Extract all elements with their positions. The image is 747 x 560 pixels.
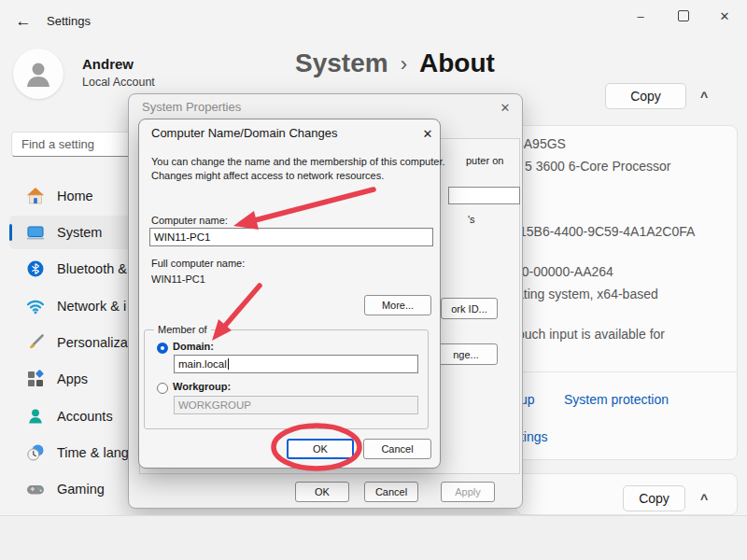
text-cursor: [228, 358, 229, 370]
cancel-button[interactable]: Cancel: [363, 439, 431, 459]
domain-input[interactable]: main.local: [174, 355, 418, 373]
gaming-icon: [26, 480, 45, 498]
sidebar-item-label: Time & lang: [57, 445, 129, 460]
collapse-chevron-icon[interactable]: ^: [693, 86, 715, 108]
close-icon: ✕: [500, 101, 511, 115]
avatar: [13, 49, 63, 99]
computer-description-field[interactable]: [448, 187, 520, 204]
card-divider: [515, 371, 738, 372]
domain-value: main.local: [178, 358, 227, 370]
dialog-description: You can change the name and the membersh…: [151, 156, 445, 167]
system-protection-link[interactable]: System protection: [564, 392, 669, 407]
user-account-type: Local Account: [82, 76, 155, 89]
collapse-chevron-icon[interactable]: ^: [693, 488, 715, 511]
page-title: About: [419, 49, 495, 78]
workgroup-value: WORKGROUP: [178, 399, 251, 411]
domain-label: Domain:: [173, 341, 214, 352]
sidebar-item-label: Gaming: [57, 482, 105, 497]
cancel-button[interactable]: Cancel: [364, 482, 418, 502]
sidebar-item-label: Personalizati: [57, 335, 134, 350]
text-fragment: puter on: [466, 155, 503, 166]
workgroup-label: Workgroup:: [173, 381, 231, 392]
member-of-group: Member of Domain: main.local Workgroup: …: [144, 329, 429, 429]
computer-name-label: Computer name:: [151, 215, 228, 226]
spec-row: 5 3600 6-Core Processor: [525, 159, 670, 174]
user-name: Andrew: [82, 56, 134, 72]
text-fragment: 's: [468, 214, 475, 225]
spec-row: 15B6-4400-9C59-4A1A2C0FA: [519, 224, 695, 239]
dialog-close-button[interactable]: ✕: [493, 98, 517, 117]
bluetooth-icon: [26, 259, 45, 278]
domain-radio[interactable]: [157, 343, 168, 354]
minimize-button[interactable]: –: [624, 4, 657, 28]
full-name-value: WIN11-PC1: [151, 273, 205, 285]
sidebar-item-label: Accounts: [57, 409, 113, 424]
accounts-icon: [26, 407, 45, 426]
close-icon: ✕: [423, 127, 433, 141]
back-icon: ←: [16, 12, 32, 31]
person-icon: [22, 58, 54, 90]
apply-button[interactable]: Apply: [441, 482, 495, 502]
change-button[interactable]: nge...: [434, 343, 498, 365]
sidebar-item-label: Network & i: [57, 299, 126, 314]
time-language-icon: [26, 443, 45, 462]
dialog-close-button[interactable]: ✕: [416, 124, 440, 143]
back-button[interactable]: ←: [11, 9, 35, 34]
workgroup-input: WORKGROUP: [174, 396, 418, 414]
minimize-icon: –: [637, 9, 643, 23]
more-button[interactable]: More...: [364, 295, 431, 315]
spec-row: 00-00000-AA264: [514, 264, 613, 279]
breadcrumb: System › About: [295, 49, 495, 78]
ok-button[interactable]: OK: [287, 439, 354, 459]
dialog-description: Changes might affect access to network r…: [151, 170, 384, 181]
close-icon: ✕: [720, 9, 730, 23]
computer-name-value: WIN11-PC1: [154, 231, 211, 243]
member-of-label: Member of: [154, 324, 211, 335]
copy-button-bottom[interactable]: Copy: [623, 485, 685, 511]
network-id-button[interactable]: ork ID...: [441, 298, 498, 319]
full-name-label: Full computer name:: [151, 258, 245, 269]
workgroup-radio[interactable]: [157, 383, 168, 394]
personalization-icon: [26, 333, 45, 352]
sidebar-item-label: System: [57, 225, 102, 240]
desktop: ← Settings – ✕ Andrew Local Account Syst…: [0, 0, 747, 560]
computer-name-input[interactable]: WIN11-PC1: [149, 228, 433, 246]
breadcrumb-parent[interactable]: System: [295, 49, 388, 78]
maximize-icon: [678, 10, 689, 21]
spec-row: 4A95GS: [516, 136, 566, 151]
breadcrumb-separator-icon: ›: [401, 50, 407, 77]
taskbar: 1 ^: [0, 515, 747, 560]
dialog-title: System Properties: [142, 100, 241, 114]
home-icon: [26, 187, 45, 205]
app-title: Settings: [47, 14, 91, 28]
ok-button[interactable]: OK: [295, 482, 349, 502]
apps-icon: [26, 370, 45, 388]
system-icon: [26, 223, 45, 242]
domain-changes-dialog: Computer Name/Domain Changes ✕ You can c…: [138, 119, 441, 469]
close-button[interactable]: ✕: [708, 4, 741, 28]
copy-button-top[interactable]: Copy: [605, 83, 686, 109]
network-icon: [26, 297, 45, 315]
maximize-button[interactable]: [667, 4, 700, 28]
sidebar-item-label: Home: [57, 189, 93, 203]
sidebar-item-label: Bluetooth &: [57, 261, 127, 276]
dialog-title: Computer Name/Domain Changes: [151, 126, 337, 140]
sidebar-item-label: Apps: [57, 371, 88, 386]
spec-row: ating system, x64-based: [516, 287, 658, 301]
spec-row: ouch input is available for: [517, 327, 665, 342]
